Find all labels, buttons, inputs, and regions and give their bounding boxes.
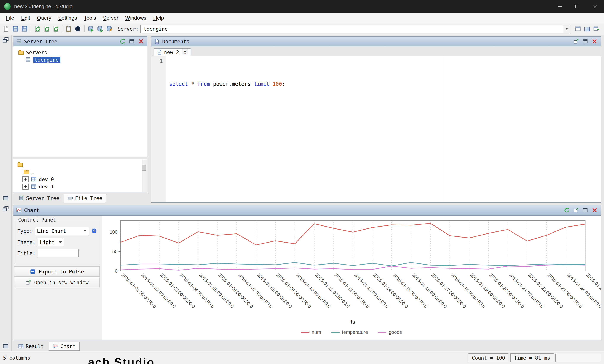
folder-icon [23, 169, 30, 175]
stop-button[interactable] [73, 24, 83, 34]
tree-item-servers[interactable]: Servers [13, 49, 147, 56]
new-file-button[interactable] [1, 24, 11, 34]
tree-item-tdengine[interactable]: tdengine [13, 56, 147, 63]
svg-text:2015-01-16 00:00:00.0: 2015-01-16 00:00:00.0 [411, 272, 448, 309]
legend-mark [331, 332, 340, 333]
menu-edit[interactable]: Edit [18, 14, 34, 22]
close-panel-button[interactable] [591, 207, 598, 214]
export-to-pulse-button[interactable]: Export to Pulse [14, 266, 100, 277]
legend-item-num[interactable]: num [301, 329, 321, 335]
open-in-new-window-label: Open in New Window [34, 279, 88, 285]
menu-file[interactable]: File [2, 14, 18, 22]
code-area[interactable]: select * from power.meters limit 100; [166, 56, 601, 202]
svg-text:2015-01-05 00:00:00.0: 2015-01-05 00:00:00.0 [198, 272, 235, 309]
maximize-button[interactable] [568, 0, 586, 13]
file-tree-dev1[interactable]: dev_1 [13, 183, 147, 190]
maximize-panel-button[interactable] [582, 207, 589, 214]
server-icon [25, 57, 31, 63]
file-tree-dev0[interactable]: dev_0 [13, 176, 147, 183]
chart-type-info-button[interactable] [91, 228, 97, 234]
document-icon [154, 38, 160, 44]
chart-title: Chart [24, 207, 39, 213]
copy-button[interactable] [64, 24, 73, 34]
refresh-chart-button[interactable] [563, 207, 570, 214]
status-progress-area [555, 354, 601, 362]
legend-item-temperature[interactable]: temperature [331, 329, 368, 335]
chart-body: Control Panel Type: Line Chart [13, 215, 601, 340]
add-panel-button[interactable] [592, 24, 601, 34]
file-tree-scrollbar[interactable] [142, 160, 147, 192]
tab-new-2[interactable]: new 2 x [154, 49, 191, 56]
tree-splitter[interactable] [13, 157, 147, 159]
combobox-arrow-icon[interactable] [563, 25, 570, 33]
minimize-button[interactable] [551, 0, 568, 13]
close-panel-button[interactable] [138, 38, 144, 45]
print-margin-line [444, 56, 444, 202]
open-in-new-window-button[interactable] [573, 207, 579, 214]
copy-icon [65, 25, 72, 32]
svg-text:2015-01-13 00:00:00.0: 2015-01-13 00:00:00.0 [353, 272, 390, 309]
maximize-panel-button[interactable] [582, 38, 589, 45]
chart-theme-select[interactable]: Light [38, 238, 64, 246]
menu-help[interactable]: Help [150, 14, 167, 22]
svg-text:2015-01-10 00:00:00.0: 2015-01-10 00:00:00.0 [295, 272, 332, 309]
run-db-button[interactable] [86, 24, 95, 34]
qstudio-window: new 2 #tdengine - qStudio File Edit Quer… [0, 0, 604, 364]
dock-restore-icon[interactable] [2, 195, 9, 201]
chart-header: Chart [13, 205, 601, 215]
open-in-new-window-chart-button[interactable]: Open in New Window [14, 277, 100, 288]
theme-row: Theme: Light [17, 238, 97, 246]
chart-type-select[interactable]: Line Chart [35, 227, 89, 235]
documents-header: Documents [151, 37, 601, 47]
menu-query[interactable]: Query [34, 14, 55, 22]
svg-text:2015-01-06 00:00:00.0: 2015-01-06 00:00:00.0 [217, 272, 254, 309]
refresh-db-button[interactable] [95, 24, 105, 34]
sql-editor[interactable]: 1 select * from power.meters limit 100; [151, 56, 601, 202]
refresh-tree-button[interactable] [119, 38, 126, 45]
toolbar-separator [84, 25, 85, 32]
scrollbar-thumb[interactable] [142, 165, 146, 171]
save-as-button[interactable] [20, 24, 29, 34]
console-button[interactable] [573, 24, 582, 34]
menu-settings[interactable]: Settings [55, 14, 80, 22]
expand-icon[interactable] [23, 176, 29, 182]
edit-db-button[interactable] [104, 24, 114, 34]
dock-panels-icon[interactable] [2, 37, 9, 43]
open-in-new-window-button[interactable] [573, 38, 579, 45]
left-dock-strip [0, 35, 12, 203]
chart-title-input[interactable] [38, 249, 79, 257]
title-label: Title: [17, 250, 36, 256]
open-in-new-window-icon [573, 207, 579, 213]
dock-panels-icon[interactable] [2, 205, 9, 212]
tab-chart[interactable]: Chart [49, 342, 80, 351]
tab-server-tree[interactable]: Server Tree [15, 194, 63, 202]
close-button[interactable] [586, 0, 604, 13]
server-combobox[interactable]: tdengine [140, 25, 570, 33]
tab-close-button[interactable]: x [182, 49, 188, 55]
file-tree-root[interactable] [13, 161, 147, 168]
legend-label: temperature [342, 329, 368, 335]
chart-area: 0501002015-01-01 00:00:00.02015-01-02 00… [102, 215, 601, 340]
menu-server[interactable]: Server [100, 14, 122, 22]
dock-restore-icon[interactable] [2, 343, 9, 349]
refresh-query-button[interactable] [33, 24, 42, 34]
window-maximize-icon [582, 38, 588, 44]
documentation-button[interactable] [582, 24, 592, 34]
tab-result[interactable]: Result [14, 342, 48, 351]
close-panel-button[interactable] [591, 38, 598, 45]
server-tree-title: Server Tree [24, 38, 58, 44]
svg-text:2015-01-17 00:00:00.0: 2015-01-17 00:00:00.0 [430, 272, 467, 309]
run-script-button[interactable] [51, 24, 61, 34]
expand-icon[interactable] [23, 184, 29, 190]
legend-item-goods[interactable]: goods [378, 329, 402, 335]
run-current-statement-button[interactable] [42, 24, 51, 34]
server-tree-panel: Server Tree Servers tdengine [13, 36, 147, 193]
file-tree-dot[interactable]: . [13, 168, 147, 176]
tab-file-tree[interactable]: File Tree [64, 194, 106, 202]
status-bar: 5 columns Count = 100 Time = 81 ms [0, 351, 604, 364]
menu-tools[interactable]: Tools [80, 14, 100, 22]
maximize-panel-button[interactable] [128, 38, 135, 45]
save-button[interactable] [11, 24, 20, 34]
menu-windows[interactable]: Windows [122, 14, 150, 22]
svg-text:2015-01-24 00:00:00.0: 2015-01-24 00:00:00.0 [566, 272, 601, 309]
